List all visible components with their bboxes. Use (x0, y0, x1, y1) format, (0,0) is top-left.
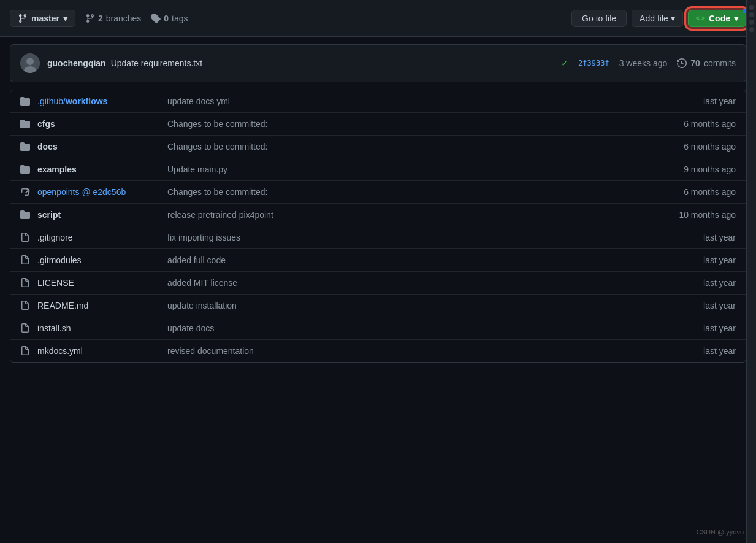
file-time: 6 months ago (644, 142, 736, 152)
code-dropdown-icon: ▾ (734, 13, 738, 23)
tags-link[interactable]: 0 tags (151, 13, 188, 23)
commit-message[interactable]: Update requirements.txt (111, 58, 202, 68)
file-commit-message: revised documentation (167, 346, 636, 356)
file-time: 6 months ago (644, 119, 736, 129)
file-name[interactable]: examples (37, 164, 160, 174)
avatar-image (20, 53, 40, 73)
commit-author[interactable]: guochengqian (47, 58, 106, 68)
folder-icon (20, 119, 30, 129)
table-row: .gitmodulesadded full codelast year (10, 249, 746, 272)
file-icon (20, 323, 30, 333)
table-row: .gitignorefix importing issueslast year (10, 226, 746, 249)
folder-icon (20, 210, 30, 220)
file-table: .github/workflowsupdate docs ymllast yea… (10, 90, 746, 363)
branch-name: master (31, 13, 59, 23)
top-bar: master ▾ 2 branches 0 tags Go to file Ad… (0, 0, 756, 37)
sidebar-dot-3 (749, 20, 754, 25)
file-commit-message: added full code (167, 255, 636, 265)
commits-label: commits (704, 58, 736, 68)
check-icon: ✓ (561, 58, 568, 68)
file-time: last year (644, 278, 736, 288)
commit-right: ✓ 2f3933f 3 weeks ago 70 commits (561, 58, 736, 68)
submodule-icon (20, 187, 30, 197)
table-row: LICENSEadded MIT licenselast year (10, 272, 746, 295)
commits-count: 70 commits (677, 58, 736, 68)
file-time: last year (644, 323, 736, 333)
branch-selector[interactable]: master ▾ (10, 10, 75, 27)
file-icon (20, 233, 30, 242)
watermark: CSDN @tyyovo (697, 528, 744, 536)
file-commit-message: Changes to be committed: (167, 187, 636, 197)
commits-number: 70 (690, 58, 700, 68)
code-label: Code (709, 13, 730, 23)
file-name[interactable]: script (37, 210, 160, 220)
sidebar-dot-2 (749, 12, 754, 17)
file-commit-message: update docs (167, 323, 636, 333)
file-name[interactable]: mkdocs.yml (37, 346, 160, 356)
file-commit-message: Changes to be committed: (167, 142, 636, 152)
commit-time: 3 weeks ago (619, 58, 668, 68)
sidebar-dot-1 (749, 5, 754, 10)
code-brackets-icon: <> (696, 13, 705, 23)
branch-icon-small (85, 13, 95, 23)
file-name[interactable]: install.sh (37, 323, 160, 333)
commit-row: guochengqian Update requirements.txt ✓ 2… (10, 44, 746, 82)
branches-link[interactable]: 2 branches (85, 13, 141, 23)
file-icon (20, 346, 30, 356)
file-commit-message: Changes to be committed: (167, 119, 636, 129)
file-time: last year (644, 346, 736, 356)
file-name[interactable]: .gitignore (37, 233, 160, 242)
avatar (20, 53, 40, 73)
file-icon (20, 278, 30, 288)
branches-count: 2 (98, 13, 103, 23)
branch-dropdown-icon: ▾ (63, 13, 67, 23)
code-button[interactable]: <> Code ▾ (688, 10, 746, 27)
file-name[interactable]: openpoints @ e2dc56b (37, 187, 160, 197)
commit-info: guochengqian Update requirements.txt (47, 58, 554, 68)
commit-sha[interactable]: 2f3933f (578, 59, 609, 67)
add-file-label: Add file (640, 13, 668, 23)
table-row: .github/workflowsupdate docs ymllast yea… (10, 90, 746, 113)
file-name[interactable]: README.md (37, 301, 160, 310)
svg-point-1 (26, 58, 34, 65)
table-row: docsChanges to be committed:6 months ago (10, 136, 746, 158)
file-name[interactable]: LICENSE (37, 278, 160, 288)
add-file-button[interactable]: Add file ▾ (632, 10, 683, 27)
tag-icon (151, 13, 161, 23)
goto-file-button[interactable]: Go to file (571, 10, 627, 27)
file-time: last year (644, 96, 736, 106)
file-time: last year (644, 255, 736, 265)
file-commit-message: update installation (167, 301, 636, 310)
file-time: 6 months ago (644, 187, 736, 197)
file-name[interactable]: .gitmodules (37, 255, 160, 265)
folder-icon (20, 164, 30, 174)
top-bar-actions: Go to file Add file ▾ <> Code ▾ (571, 10, 746, 27)
table-row: cfgsChanges to be committed:6 months ago (10, 113, 746, 136)
folder-icon (20, 96, 30, 106)
file-commit-message: Update main.py (167, 164, 636, 174)
file-name[interactable]: .github/workflows (37, 96, 160, 106)
table-row: README.mdupdate installationlast year (10, 295, 746, 317)
table-row: openpoints @ e2dc56bChanges to be commit… (10, 181, 746, 204)
table-row: scriptrelease pretrained pix4point10 mon… (10, 204, 746, 226)
sidebar-strip (746, 0, 756, 543)
history-icon (677, 58, 687, 68)
file-time: last year (644, 233, 736, 242)
code-button-wrapper: <> Code ▾ (688, 10, 746, 27)
table-row: mkdocs.ymlrevised documentationlast year (10, 340, 746, 362)
file-name[interactable]: docs (37, 142, 160, 152)
file-time: 10 months ago (644, 210, 736, 220)
add-file-dropdown-icon: ▾ (671, 13, 675, 23)
file-time: last year (644, 301, 736, 310)
file-icon (20, 301, 30, 310)
file-commit-message: added MIT license (167, 278, 636, 288)
tags-count: 0 (164, 13, 169, 23)
file-icon (20, 255, 30, 265)
table-row: install.shupdate docslast year (10, 317, 746, 340)
file-time: 9 months ago (644, 164, 736, 174)
git-branch-icon (18, 13, 28, 23)
file-commit-message: fix importing issues (167, 233, 636, 242)
file-name[interactable]: cfgs (37, 119, 160, 129)
sidebar-dot-4 (749, 27, 754, 32)
branches-label: branches (106, 13, 142, 23)
